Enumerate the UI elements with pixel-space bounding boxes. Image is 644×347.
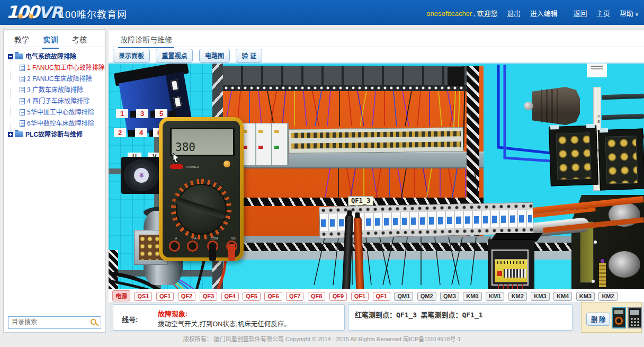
tree-item-fanuc-machining[interactable]: 1 FANUC加工中心故障排除 [8,63,105,74]
tag-qf1c[interactable]: QF1 [373,292,390,301]
terminal-strip-long[interactable] [289,127,463,153]
black-plug[interactable] [209,244,216,261]
home-link[interactable]: 主页 [596,10,610,17]
main-panel: 故障诊断与维修 显示面板 重置视点 电路图 验 证 1 [109,29,644,333]
sidebar: 教学 实训 考核 电气系统故障排除 1 FANUC加工中心故障排除 2 FANU… [3,29,106,333]
tag-qf2[interactable]: QF2 [178,292,195,301]
servo-motor-shaft [524,102,533,110]
mouse-cursor-icon [172,153,181,163]
servo-motor[interactable] [525,84,580,128]
username[interactable]: onesoftteacher [426,10,472,17]
site-logo[interactable]: 100VR [6,2,62,23]
multimeter-thumbnail-digital[interactable] [628,307,642,328]
scene-3d-viewport[interactable]: 1 3 5 2 4 6 U V ❋ [109,63,644,289]
black-probe-value: QF1_1 [462,311,482,319]
cooling-fan[interactable]: ❋ [121,157,162,194]
tag-km2b[interactable]: KM2 [598,292,617,301]
scene-toolbar: 显示面板 重置视点 电路图 验 证 [109,47,644,63]
multimeter[interactable]: 380 POWER A mA COM VΩ [159,117,244,261]
search-input[interactable] [12,318,86,326]
tree-folder-electrical[interactable]: 电气系统故障排除 [8,51,105,63]
machine-cylinder [609,251,640,278]
cable-bar [602,94,644,100]
main-tabbar: 故障诊断与维修 [109,30,644,47]
port-a[interactable]: A [169,241,180,252]
terminal-number-label[interactable]: 1 [116,109,128,118]
port-ma[interactable]: mA [187,241,198,252]
terminal-block[interactable] [549,125,598,186]
tag-qf5[interactable]: QF5 [243,292,260,301]
tag-qm3[interactable]: QM3 [440,292,459,301]
help-link[interactable]: 帮助 [620,10,633,17]
tag-power[interactable]: 电源 [112,290,130,301]
tag-qf1b[interactable]: QF1 [351,292,369,301]
show-panel-button[interactable]: 显示面板 [113,49,150,63]
contactor-group[interactable] [240,123,289,165]
tag-qf6[interactable]: QF6 [264,292,282,301]
folder-icon [15,131,23,137]
tree-folder-plc[interactable]: PLC故障诊断与维修 [8,129,105,140]
tag-km4[interactable]: KM4 [553,292,572,301]
document-icon [20,120,25,127]
multimeter-thumbnail-analog[interactable] [612,307,626,328]
red-plug[interactable] [228,244,235,261]
document-icon [20,109,25,115]
component-tag-row: 电源 QS1 QF1 QF2 QF3 QF4 QF5 QF6 QF7 QF8 Q… [109,290,644,301]
contactor-green-button [274,146,279,149]
search-icon[interactable] [91,319,96,325]
verify-button[interactable]: 验 证 [236,49,262,63]
tree-item-siemens-lathe[interactable]: 4 西门子车床故障排除 [8,96,105,107]
tag-km3b[interactable]: KM3 [576,292,595,301]
fault-phenomenon-text: 拨动空气开关,打到ON状态,机床无任何反应。 [158,318,291,328]
tag-qf3[interactable]: QF3 [200,292,217,301]
tag-qf9[interactable]: QF9 [329,292,347,301]
tab-teaching[interactable]: 教学 [13,30,30,48]
tag-qf4[interactable]: QF4 [221,292,239,301]
collapse-icon[interactable] [8,54,13,59]
transformer[interactable] [488,233,541,289]
delete-button[interactable]: 删 除 [586,313,610,326]
expand-icon[interactable] [8,132,13,137]
fan-hub: ❋ [134,168,149,183]
tab-fault-diagnosis[interactable]: 故障诊断与维修 [118,30,174,48]
hold-knob[interactable] [223,160,231,168]
power-button[interactable] [170,164,183,169]
tab-assessment[interactable]: 考核 [71,30,88,48]
tag-qm2[interactable]: QM2 [417,292,436,301]
terminal-block[interactable] [598,129,644,191]
tag-km3[interactable]: KM3 [531,292,549,301]
contactor-terminal [274,130,279,133]
tree-item-hzhong-machining[interactable]: 5华中加工中心故障排除 [8,107,105,118]
terminal-number-label[interactable]: 3 [136,109,148,118]
tag-km0[interactable]: KM0 [463,292,481,301]
power-module[interactable] [448,67,464,86]
tag-qm1[interactable]: QM1 [394,292,413,301]
tag-qf8[interactable]: QF8 [308,292,325,301]
tag-qs1[interactable]: QS1 [134,292,152,301]
thumb-dial [615,317,623,325]
tag-qf7[interactable]: QF7 [286,292,303,301]
enter-edit-link[interactable]: 进入编辑 [530,10,558,17]
tag-km2[interactable]: KM2 [508,292,527,301]
reset-view-button[interactable]: 重置视点 [156,49,193,63]
tree-item-gsk-lathe[interactable]: 3 广数车床故障排除 [8,85,105,96]
tab-training[interactable]: 实训 [42,30,59,49]
sidebar-tabs: 教学 实训 考核 [4,30,105,47]
terminal-row [291,131,461,138]
terminal-block-tab [586,124,595,129]
warning-icon [497,271,502,276]
back-link[interactable]: 返回 [573,10,587,17]
logo-100-text: 100 [6,2,39,22]
terminal-marks [497,261,525,264]
rotary-dial[interactable] [171,179,231,239]
tree-item-hzhong-cnc-lathe[interactable]: 6华中数控车床故障排除 [8,118,105,129]
terminal-number-label[interactable]: 4 [135,128,147,137]
tag-qf1[interactable]: QF1 [156,292,174,301]
hazard-stripe-left [109,250,118,289]
tag-km1[interactable]: KM1 [486,292,504,301]
logout-link[interactable]: 退出 [507,10,521,17]
tree-item-fanuc-lathe[interactable]: 2 FANUC车床故障排除 [8,74,105,85]
circuit-diagram-button[interactable]: 电路图 [199,49,230,63]
terminal-number-label[interactable]: 2 [114,128,126,137]
multimeter-display: 380 [170,128,235,156]
